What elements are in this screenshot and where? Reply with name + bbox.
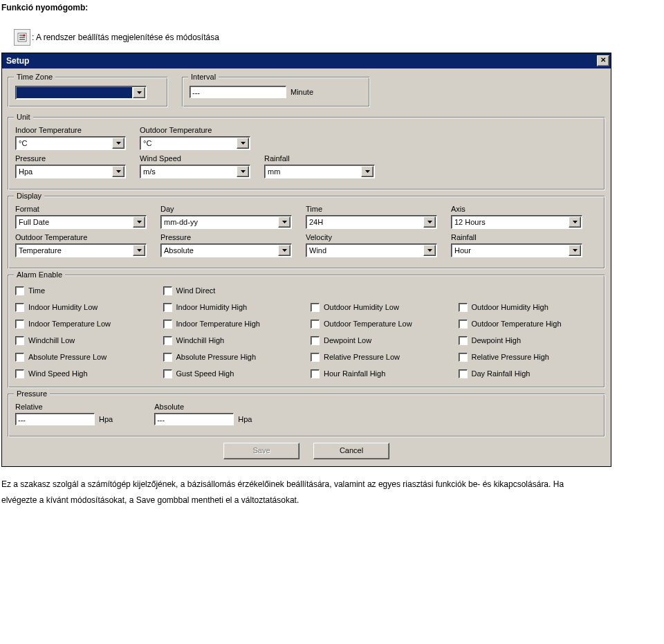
indoor-temp-combo[interactable]: °C [15, 136, 126, 150]
chevron-down-icon[interactable] [278, 245, 290, 256]
alarm-checkbox-label: Wind Speed High [28, 369, 88, 378]
alarm-legend: Alarm Enable [14, 270, 65, 279]
chevron-down-icon[interactable] [423, 245, 436, 256]
rainfall-unit-combo[interactable]: mm [264, 165, 375, 178]
absolute-pressure-input[interactable]: --- [154, 413, 234, 425]
alarm-checkbox-label: Dewpoint Low [324, 336, 371, 344]
settings-toolbar-icon [14, 29, 30, 46]
chevron-down-icon[interactable] [569, 217, 581, 228]
chevron-down-icon[interactable] [361, 166, 374, 177]
page-heading: Funkció nyomógomb: [0, 0, 664, 12]
checkbox-box[interactable] [459, 353, 468, 362]
chevron-down-icon[interactable] [133, 217, 145, 228]
windspeed-unit-label: Wind Speed [140, 154, 250, 163]
alarm-checkbox[interactable]: Indoor Humidity High [163, 300, 303, 314]
pressure-unit-combo[interactable]: Hpa [15, 165, 126, 178]
pressure-unit-label: Pressure [15, 154, 126, 163]
footer-line-1: Ez a szakasz szolgál a számítógép kijelz… [1, 477, 663, 493]
alarm-checkbox[interactable]: Windchill High [163, 333, 303, 347]
chevron-down-icon[interactable] [278, 217, 290, 228]
pressure-unit-value: Hpa [16, 165, 111, 178]
day-combo[interactable]: mm-dd-yy [160, 215, 292, 229]
display-rainfall-value: Hour [452, 244, 568, 257]
checkbox-box[interactable] [15, 336, 24, 345]
save-button[interactable]: Save [223, 443, 299, 459]
alarm-checkbox[interactable]: Wind Direct [163, 284, 303, 297]
alarm-checkbox-label: Absolute Pressure Low [28, 353, 107, 361]
display-rainfall-combo[interactable]: Hour [451, 243, 582, 257]
alarm-checkbox[interactable]: Outdoor Temperature High [459, 317, 598, 331]
time-combo[interactable]: 24H [306, 215, 437, 229]
checkbox-box[interactable] [459, 336, 468, 345]
alarm-checkbox[interactable]: Relative Pressure Low [311, 350, 450, 364]
alarm-checkbox[interactable]: Day Rainfall High [459, 367, 598, 380]
cancel-button[interactable]: Cancel [313, 443, 389, 459]
alarm-checkbox-label: Day Rainfall High [472, 369, 531, 378]
chevron-down-icon[interactable] [569, 245, 581, 256]
checkbox-box[interactable] [163, 353, 172, 362]
checkbox-box[interactable] [163, 286, 172, 295]
alarm-checkbox[interactable]: Relative Pressure High [459, 350, 598, 364]
checkbox-box[interactable] [163, 320, 172, 329]
chevron-down-icon[interactable] [237, 166, 249, 177]
alarm-checkbox[interactable]: Absolute Pressure Low [15, 350, 155, 364]
alarm-checkbox[interactable]: Absolute Pressure High [163, 350, 303, 364]
display-outdoor-temp-combo[interactable]: Temperature [15, 243, 147, 257]
checkbox-box[interactable] [459, 320, 468, 329]
checkbox-box[interactable] [311, 336, 320, 345]
windspeed-unit-combo[interactable]: m/s [140, 165, 250, 178]
axis-combo[interactable]: 12 Hours [451, 215, 582, 229]
checkbox-box[interactable] [459, 303, 468, 312]
chevron-down-icon[interactable] [112, 138, 124, 149]
checkbox-box[interactable] [15, 320, 24, 329]
outdoor-temp-combo[interactable]: °C [140, 136, 250, 150]
checkbox-box[interactable] [15, 303, 24, 312]
alarm-checkbox[interactable]: Indoor Temperature Low [15, 317, 155, 331]
alarm-checkbox[interactable]: Time [15, 284, 155, 297]
interval-input[interactable]: --- [190, 86, 286, 98]
chevron-down-icon[interactable] [133, 245, 145, 256]
alarm-checkbox-label: Absolute Pressure High [176, 353, 257, 361]
alarm-group: Alarm Enable TimeWind DirectIndoor Humid… [8, 275, 605, 388]
checkbox-box[interactable] [311, 320, 320, 329]
format-combo[interactable]: Full Date [15, 215, 147, 229]
alarm-checkbox[interactable]: Indoor Humidity Low [15, 300, 155, 314]
alarm-checkbox[interactable]: Wind Speed High [15, 367, 155, 380]
alarm-checkbox[interactable]: Outdoor Temperature Low [311, 317, 450, 331]
checkbox-box[interactable] [311, 353, 320, 362]
alarm-checkbox-label: Gust Speed High [176, 369, 234, 378]
alarm-checkbox[interactable]: Dewpoint Low [311, 333, 450, 347]
checkbox-box[interactable] [311, 369, 320, 378]
chevron-down-icon[interactable] [237, 138, 249, 149]
alarm-checkbox[interactable]: Indoor Temperature High [163, 317, 303, 331]
day-value: mm-dd-yy [161, 216, 277, 228]
close-button[interactable]: ✕ [597, 55, 609, 66]
alarm-checkbox-label: Indoor Temperature Low [28, 320, 111, 328]
alarm-checkbox-label: Indoor Humidity High [176, 303, 248, 311]
alarm-checkbox[interactable]: Gust Speed High [163, 367, 303, 380]
checkbox-box[interactable] [163, 303, 172, 312]
alarm-checkbox[interactable]: Windchill Low [15, 333, 155, 347]
velocity-combo[interactable]: Wind [306, 243, 437, 257]
checkbox-box[interactable] [15, 353, 24, 362]
checkbox-box[interactable] [311, 303, 320, 312]
checkbox-box[interactable] [15, 286, 24, 295]
setup-dialog: Setup ✕ Time Zone Interval --- Minute Un… [1, 53, 611, 467]
alarm-checkbox[interactable]: Outdoor Humidity High [459, 300, 598, 314]
checkbox-box[interactable] [15, 369, 24, 378]
checkbox-box[interactable] [163, 369, 172, 378]
timezone-combo[interactable] [15, 86, 147, 100]
alarm-checkbox[interactable]: Dewpoint High [459, 333, 598, 347]
alarm-checkbox[interactable]: Hour Rainfall High [311, 367, 450, 380]
relative-pressure-input[interactable]: --- [15, 413, 95, 425]
chevron-down-icon[interactable] [423, 217, 436, 228]
display-pressure-combo[interactable]: Absolute [160, 243, 292, 257]
display-group: Display Format Full Date Day mm-dd-yy [8, 196, 605, 269]
chevron-down-icon[interactable] [133, 87, 145, 98]
checkbox-box[interactable] [163, 336, 172, 345]
alarm-checkbox-label: Outdoor Humidity High [472, 303, 548, 311]
chevron-down-icon[interactable] [112, 166, 124, 177]
alarm-checkbox[interactable]: Outdoor Humidity Low [311, 300, 450, 314]
timezone-value [17, 87, 132, 98]
checkbox-box[interactable] [459, 369, 468, 378]
